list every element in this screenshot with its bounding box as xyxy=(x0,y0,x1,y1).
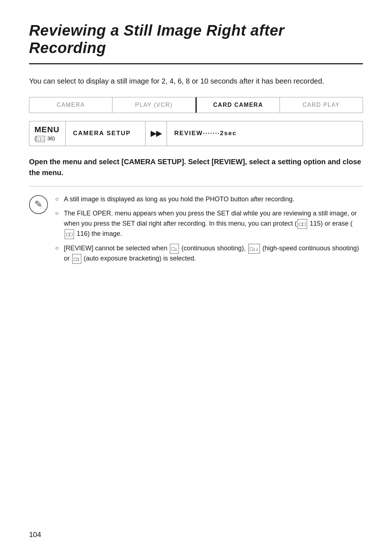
list-item: [REVIEW] cannot be selected when □↓ (con… xyxy=(55,243,363,264)
list-item: The FILE OPER. menu appears when you pre… xyxy=(55,209,363,239)
menu-arrow-cell: ▶▶ xyxy=(146,121,167,146)
page-title: Reviewing a Still Image Right after Reco… xyxy=(29,22,363,64)
menu-setup: CAMERA SETUP xyxy=(66,121,146,146)
book-ref-icon-2: □□ xyxy=(65,229,74,239)
note-1-text: A still image is displayed as long as yo… xyxy=(64,195,294,203)
section-divider xyxy=(29,186,363,186)
main-instruction: Open the menu and select [CAMERA SETUP].… xyxy=(29,156,363,178)
intro-text: You can select to display a still image … xyxy=(29,75,363,87)
tab-play-vcr[interactable]: PLAY (VCR) xyxy=(113,97,196,113)
bracketing-icon: □↕ xyxy=(72,254,81,264)
menu-label-cell: MENU (□□ 36) xyxy=(29,121,66,146)
note-3-text: [REVIEW] cannot be selected when □↓ (con… xyxy=(64,245,359,262)
tab-bar: CAMERA PLAY (VCR) CARD CAMERA CARD PLAY xyxy=(29,97,363,113)
tab-card-play[interactable]: CARD PLAY xyxy=(280,97,363,113)
tab-camera[interactable]: CAMERA xyxy=(29,97,113,113)
tab-card-camera[interactable]: CARD CAMERA xyxy=(197,97,280,113)
note-2-text: The FILE OPER. menu appears when you pre… xyxy=(64,210,357,237)
continuous-shooting-icon: □↓ xyxy=(170,244,179,254)
note-icon-container: ✎ xyxy=(29,195,48,214)
book-ref-icon: □□ xyxy=(298,219,307,229)
note-pencil-icon: ✎ xyxy=(34,199,42,210)
menu-arrow-icon: ▶▶ xyxy=(151,129,162,138)
notes-section: ✎ A still image is displayed as long as … xyxy=(29,194,363,268)
menu-ref: (□□ 36) xyxy=(34,135,55,142)
list-item: A still image is displayed as long as yo… xyxy=(55,194,363,205)
high-speed-shooting-icon: □↓↓ xyxy=(248,244,260,254)
menu-label: MENU xyxy=(34,125,60,134)
notes-list: A still image is displayed as long as yo… xyxy=(55,194,363,268)
menu-row: MENU (□□ 36) CAMERA SETUP ▶▶ REVIEW·····… xyxy=(29,121,363,146)
page-number: 104 xyxy=(29,530,41,539)
menu-value: REVIEW·······2sec xyxy=(167,121,363,146)
